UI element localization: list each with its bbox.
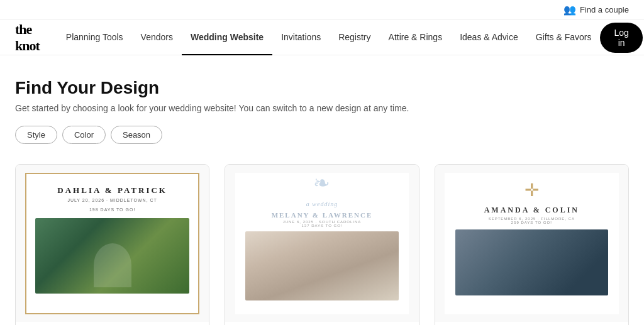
find-couple-label: Find a couple [580,5,629,14]
top-bar: 👥 Find a couple [0,0,644,20]
card1-photo [35,218,189,294]
nav-link-invitations[interactable]: Invitations [272,20,330,55]
filter-bar: Style Color Season [15,126,629,144]
nav-link-ideas[interactable]: Ideas & Advice [451,20,527,55]
card-church-cross[interactable]: ✛ AMANDA & COLIN SEPTEMBER 6, 2025 · FIL… [435,164,629,325]
main-content: Find Your Design Get started by choosing… [0,55,644,325]
card2-photo-couple [245,231,398,300]
couple-icon: 👥 [564,4,576,16]
card3-design: ✛ AMANDA & COLIN SEPTEMBER 6, 2025 · FIL… [445,173,619,314]
nav-link-registry[interactable]: Registry [330,20,379,55]
card3-date-line2: 259 DAYS TO GO! [511,221,552,224]
login-button[interactable]: Log in [600,23,642,53]
card1-design: DAHLIA & PATRICK JULY 20, 2026 · MIDDLET… [25,173,199,314]
card-framed-photo-info: Framed Photo · White & Gold See matching… [16,322,209,325]
card2-date-line2: 137 DAYS TO GO! [301,224,342,228]
card2-floral-decoration: ❧ [313,173,330,193]
card1-date-line1: JULY 20, 2026 · MIDDLETOWN, CT [67,198,157,202]
nav-link-wedding-website[interactable]: Wedding Website [182,20,272,55]
card3-cross-icon: ✛ [525,182,539,199]
card2-design: ❧ a wedding MELANY & LAWRENCE JUNE 6, 20… [235,173,409,314]
card2-couple-name: MELANY & LAWRENCE [272,211,373,219]
card2-photo [245,231,398,300]
card3-photo [455,229,608,295]
main-nav: the knot Planning Tools Vendors Wedding … [0,20,644,55]
nav-link-vendors[interactable]: Vendors [132,20,182,55]
filter-season[interactable]: Season [111,126,162,144]
card-floral-adornment-info: Floral Adornment · Blue See matching inv… [225,322,418,325]
nav-right: Log in Sign up [600,23,644,53]
cards-grid: DAHLIA & PATRICK JULY 20, 2026 · MIDDLET… [15,164,629,325]
card1-date-line2: 198 DAYS TO GO! [89,207,135,212]
card-framed-photo-image: DAHLIA & PATRICK JULY 20, 2026 · MIDDLET… [16,165,209,322]
nav-link-attire[interactable]: Attire & Rings [380,20,452,55]
card-floral-adornment[interactable]: ❧ a wedding MELANY & LAWRENCE JUNE 6, 20… [225,164,419,325]
nav-link-gifts[interactable]: Gifts & Favors [527,20,601,55]
card-church-cross-image: ✛ AMANDA & COLIN SEPTEMBER 6, 2025 · FIL… [435,165,628,322]
page-title: Find Your Design [15,78,629,98]
logo[interactable]: the knot [15,21,40,54]
filter-color[interactable]: Color [62,126,106,144]
filter-style[interactable]: Style [15,126,57,144]
nav-links: Planning Tools Vendors Wedding Website I… [57,20,601,55]
card-church-cross-info: Church Cross · White See matching invita… [435,322,628,325]
card3-couple-name: AMANDA & COLIN [484,206,579,215]
card2-script: a wedding [306,201,338,207]
nav-link-planning-tools[interactable]: Planning Tools [57,20,132,55]
card1-couple-name: DAHLIA & PATRICK [57,185,167,196]
page-subtitle: Get started by choosing a look for your … [15,103,629,113]
card-framed-photo[interactable]: DAHLIA & PATRICK JULY 20, 2026 · MIDDLET… [15,164,209,325]
find-couple-button[interactable]: 👥 Find a couple [564,4,629,16]
card-floral-adornment-image: ❧ a wedding MELANY & LAWRENCE JUNE 6, 20… [225,165,418,322]
nav-left: the knot Planning Tools Vendors Wedding … [15,20,600,55]
